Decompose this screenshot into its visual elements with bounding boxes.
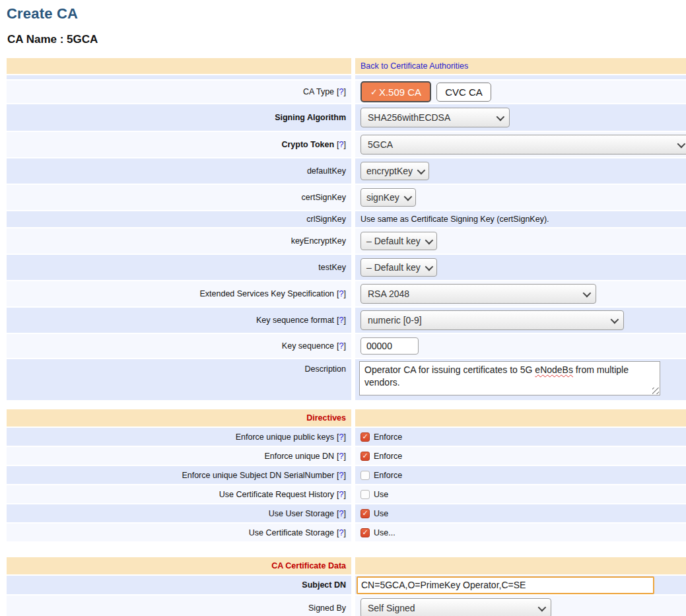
row-enforce-unique-dn: Enforce unique DN [?] ✓ Enforce [7,447,686,465]
row-key-sequence-format: Key sequence format [?] numeric [0-9] [7,308,686,333]
directives-header-row: Directives [7,409,686,427]
cert-sign-key-select[interactable]: signKey [360,188,416,207]
chevron-down-icon [497,112,505,121]
enforce-unique-subject-dn-serialnumber-checkbox[interactable]: ✓ [360,471,370,480]
directive-label: Use User Storage [269,509,334,518]
row-enforce-unique-public-keys: Enforce unique public keys [?] ✓ Enforce [7,428,686,446]
signed-by-label: Signed By [7,596,351,616]
row-signed-by: Signed By Self Signed [7,596,686,616]
key-sequence-format-help: [?] [337,316,346,325]
row-enforce-unique-subject-dn-serialnumber: Enforce unique Subject DN SerialNumber [… [7,466,686,484]
section-directives: Directives Enforce unique public keys [?… [7,409,686,541]
section-ca-settings: Back to Certificate Authorities CA Type … [7,58,686,400]
row-use-user-storage: Use User Storage [?] ✓ Use [7,504,686,522]
default-key-select[interactable]: encryptKey [360,162,429,180]
ext-services-key-spec-select[interactable]: RSA 2048 [360,284,596,304]
ext-services-key-spec-label: Extended Services Key Specification [199,289,334,298]
ext-services-help-link[interactable]: ? [339,289,344,298]
directive-help-link[interactable]: ? [339,471,344,480]
enforce-unique-public-keys-checkbox[interactable]: ✓ [360,432,370,442]
signing-algorithm-label: Signing Algorithm [7,104,351,131]
key-encrypt-key-label: keyEncryptKey [7,228,351,254]
subject-dn-label: Subject DN [7,576,351,594]
directives-title: Directives [7,409,351,427]
crypto-token-help: [?] [337,140,346,149]
crl-sign-key-label: crlSignKey [7,211,351,227]
crypto-token-help-link[interactable]: ? [339,140,344,149]
ca-name-subtitle: CA Name : 5GCA [7,33,686,46]
default-key-label: defaultKey [7,158,351,184]
row-ext-services-key-spec: Extended Services Key Specification [?] … [7,281,686,306]
description-label: Description [7,359,351,400]
crl-sign-key-note: Use same as Certificate Signing Key (cer… [355,211,686,227]
key-sequence-format-select[interactable]: numeric [0-9] [360,310,624,330]
chevron-down-icon [425,236,433,244]
enforce-unique-dn-checkbox[interactable]: ✓ [360,452,370,461]
section-ca-certificate-data: CA Certificate Data Subject DN CN=5GCA,O… [7,557,686,616]
key-sequence-format-label: Key sequence format [256,316,334,325]
table-header-row: Back to Certificate Authorities [7,58,686,74]
directive-help-link[interactable]: ? [339,509,344,518]
spacer-row [7,75,686,79]
chevron-down-icon [611,315,619,324]
signing-algorithm-select[interactable]: SHA256withECDSA [360,108,510,127]
key-sequence-help: [?] [337,341,346,351]
row-use-certificate-request-history: Use Certificate Request History [?] ✓ Us… [7,485,686,503]
key-sequence-help-link[interactable]: ? [339,341,344,351]
test-key-label: testKey [7,255,351,280]
row-crl-sign-key: crlSignKey Use same as Certificate Signi… [7,211,686,227]
subject-dn-input[interactable]: CN=5GCA,O=PrimeKey Operator,C=SE [357,576,654,594]
directive-help-link[interactable]: ? [339,432,344,442]
row-default-key: defaultKey encryptKey [7,158,686,184]
ca-type-label: CA Type [303,87,334,96]
use-certificate-request-history-checkbox[interactable]: ✓ [360,490,370,499]
row-crypto-token: Crypto Token [?] 5GCA [7,132,686,157]
directive-help-link[interactable]: ? [339,452,344,461]
signed-by-select[interactable]: Self Signed [360,598,551,616]
chevron-down-icon [417,166,426,174]
row-signing-algorithm: Signing Algorithm SHA256withECDSA [7,104,686,131]
ca-type-help: [?] [337,87,346,96]
row-subject-dn: Subject DN CN=5GCA,O=PrimeKey Operator,C… [7,576,686,594]
chevron-down-icon [677,139,686,148]
key-sequence-label: Key sequence [282,341,334,351]
key-sequence-format-help-link[interactable]: ? [339,316,344,325]
chevron-down-icon [583,289,592,297]
test-key-select[interactable]: – Default key [360,258,437,277]
row-ca-type: CA Type [?] ✓ X.509 CA CVC CA [7,81,686,103]
use-user-storage-checkbox[interactable]: ✓ [360,509,370,518]
directive-label: Use Certificate Storage [249,528,334,537]
chevron-down-icon [425,262,433,271]
key-encrypt-key-select[interactable]: – Default key [360,232,437,250]
ext-services-help: [?] [337,289,346,298]
row-description: Description Operator CA for issuing cert… [7,359,686,400]
use-certificate-storage-checkbox[interactable]: ✓ [360,528,370,537]
row-cert-sign-key: certSignKey signKey [7,185,686,210]
chevron-down-icon [403,192,412,201]
row-key-sequence: Key sequence [?] 00000 [7,334,686,358]
crypto-token-label: Crypto Token [281,140,334,149]
ca-certificate-data-header-row: CA Certificate Data [7,557,686,574]
row-test-key: testKey – Default key [7,255,686,280]
check-icon: ✓ [370,87,378,97]
row-key-encrypt-key: keyEncryptKey – Default key [7,228,686,254]
ca-certificate-data-title: CA Certificate Data [7,557,351,574]
x509-ca-button[interactable]: ✓ X.509 CA [360,81,431,102]
chevron-down-icon [538,603,547,611]
crypto-token-select[interactable]: 5GCA [360,135,686,154]
back-to-certificate-authorities-link[interactable]: Back to Certificate Authorities [360,61,468,71]
row-use-certificate-storage: Use Certificate Storage [?] ✓ Use... [7,524,686,541]
directive-help-link[interactable]: ? [339,528,344,537]
directive-label: Use Certificate Request History [219,490,334,499]
cvc-ca-button[interactable]: CVC CA [436,83,491,102]
directive-label: Enforce unique Subject DN SerialNumber [182,471,334,480]
ca-type-help-link[interactable]: ? [339,87,344,96]
directive-help-link[interactable]: ? [339,490,344,499]
description-textarea[interactable]: Operator CA for issuing certificates to … [359,361,660,395]
page-title: Create CA [7,5,686,22]
create-ca-page: Create CA CA Name : 5GCA Back to Certifi… [0,0,686,616]
directive-label: Enforce unique DN [264,452,334,461]
directive-label: Enforce unique public keys [236,432,334,442]
key-sequence-input[interactable]: 00000 [360,337,419,355]
cert-sign-key-label: certSignKey [7,185,351,210]
